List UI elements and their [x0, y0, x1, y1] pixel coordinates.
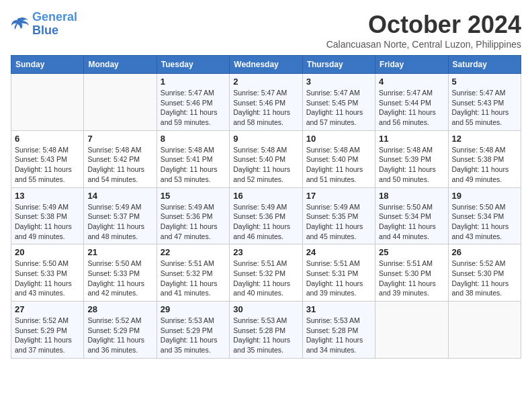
day-info: Sunrise: 5:49 AM Sunset: 5:37 PM Dayligh…	[87, 202, 152, 242]
day-number: 31	[306, 304, 371, 314]
location-subtitle: Calancuasan Norte, Central Luzon, Philip…	[326, 39, 521, 50]
calendar-cell: 6Sunrise: 5:48 AM Sunset: 5:43 PM Daylig…	[11, 130, 84, 187]
day-number: 8	[161, 134, 226, 144]
day-number: 18	[379, 191, 444, 201]
calendar-cell: 12Sunrise: 5:48 AM Sunset: 5:38 PM Dayli…	[448, 130, 521, 187]
day-info: Sunrise: 5:51 AM Sunset: 5:32 PM Dayligh…	[233, 259, 298, 298]
calendar-cell: 9Sunrise: 5:48 AM Sunset: 5:40 PM Daylig…	[230, 130, 302, 187]
calendar-cell: 2Sunrise: 5:47 AM Sunset: 5:46 PM Daylig…	[230, 74, 302, 131]
day-info: Sunrise: 5:48 AM Sunset: 5:39 PM Dayligh…	[379, 145, 444, 185]
calendar-cell: 4Sunrise: 5:47 AM Sunset: 5:44 PM Daylig…	[375, 74, 448, 131]
day-number: 2	[233, 77, 298, 87]
calendar-cell: 11Sunrise: 5:48 AM Sunset: 5:39 PM Dayli…	[375, 130, 448, 187]
calendar-cell: 18Sunrise: 5:50 AM Sunset: 5:34 PM Dayli…	[375, 187, 448, 244]
day-info: Sunrise: 5:49 AM Sunset: 5:36 PM Dayligh…	[233, 202, 298, 242]
calendar-cell: 10Sunrise: 5:48 AM Sunset: 5:40 PM Dayli…	[302, 130, 375, 187]
day-number: 4	[379, 77, 444, 87]
logo-icon	[11, 17, 30, 32]
column-header-saturday: Saturday	[448, 56, 521, 74]
calendar-cell: 31Sunrise: 5:53 AM Sunset: 5:28 PM Dayli…	[302, 302, 375, 359]
day-number: 30	[233, 304, 298, 314]
column-header-tuesday: Tuesday	[157, 56, 229, 74]
calendar-cell: 14Sunrise: 5:49 AM Sunset: 5:37 PM Dayli…	[84, 187, 157, 244]
day-number: 23	[233, 247, 298, 257]
calendar-cell	[448, 302, 521, 359]
day-number: 19	[452, 191, 517, 201]
day-number: 13	[15, 191, 80, 201]
column-header-sunday: Sunday	[11, 56, 84, 74]
day-info: Sunrise: 5:47 AM Sunset: 5:45 PM Dayligh…	[306, 88, 371, 128]
day-number: 17	[306, 191, 371, 201]
day-number: 22	[161, 247, 226, 257]
day-info: Sunrise: 5:50 AM Sunset: 5:34 PM Dayligh…	[452, 202, 517, 242]
calendar-week-row: 13Sunrise: 5:49 AM Sunset: 5:38 PM Dayli…	[11, 187, 521, 244]
day-number: 24	[306, 247, 371, 257]
day-info: Sunrise: 5:51 AM Sunset: 5:31 PM Dayligh…	[306, 259, 371, 298]
day-number: 27	[15, 304, 80, 314]
logo: General Blue	[11, 11, 77, 38]
calendar-cell	[11, 74, 84, 131]
day-number: 15	[161, 191, 226, 201]
day-info: Sunrise: 5:48 AM Sunset: 5:41 PM Dayligh…	[161, 145, 226, 185]
day-info: Sunrise: 5:50 AM Sunset: 5:34 PM Dayligh…	[379, 202, 444, 242]
day-info: Sunrise: 5:48 AM Sunset: 5:42 PM Dayligh…	[87, 145, 152, 185]
calendar-cell: 22Sunrise: 5:51 AM Sunset: 5:32 PM Dayli…	[157, 244, 229, 302]
day-info: Sunrise: 5:48 AM Sunset: 5:40 PM Dayligh…	[233, 145, 298, 185]
calendar-cell: 30Sunrise: 5:53 AM Sunset: 5:28 PM Dayli…	[230, 302, 302, 359]
logo-text: General Blue	[32, 11, 77, 38]
calendar-cell: 8Sunrise: 5:48 AM Sunset: 5:41 PM Daylig…	[157, 130, 229, 187]
day-info: Sunrise: 5:49 AM Sunset: 5:36 PM Dayligh…	[161, 202, 226, 242]
calendar-cell: 27Sunrise: 5:52 AM Sunset: 5:29 PM Dayli…	[11, 302, 84, 359]
day-info: Sunrise: 5:52 AM Sunset: 5:29 PM Dayligh…	[87, 316, 152, 355]
calendar-cell: 19Sunrise: 5:50 AM Sunset: 5:34 PM Dayli…	[448, 187, 521, 244]
day-info: Sunrise: 5:51 AM Sunset: 5:30 PM Dayligh…	[379, 259, 444, 298]
day-number: 16	[233, 191, 298, 201]
day-number: 10	[306, 134, 371, 144]
day-info: Sunrise: 5:48 AM Sunset: 5:40 PM Dayligh…	[306, 145, 371, 185]
day-info: Sunrise: 5:50 AM Sunset: 5:33 PM Dayligh…	[87, 259, 152, 298]
calendar-cell: 13Sunrise: 5:49 AM Sunset: 5:38 PM Dayli…	[11, 187, 84, 244]
day-info: Sunrise: 5:50 AM Sunset: 5:33 PM Dayligh…	[15, 259, 80, 298]
day-info: Sunrise: 5:49 AM Sunset: 5:38 PM Dayligh…	[15, 202, 80, 242]
day-number: 1	[161, 77, 226, 87]
calendar-cell: 24Sunrise: 5:51 AM Sunset: 5:31 PM Dayli…	[302, 244, 375, 302]
calendar-cell: 25Sunrise: 5:51 AM Sunset: 5:30 PM Dayli…	[375, 244, 448, 302]
day-number: 11	[379, 134, 444, 144]
day-number: 26	[452, 247, 517, 257]
day-number: 7	[87, 134, 152, 144]
day-number: 25	[379, 247, 444, 257]
day-number: 14	[87, 191, 152, 201]
calendar-cell: 5Sunrise: 5:47 AM Sunset: 5:43 PM Daylig…	[448, 74, 521, 131]
calendar-cell: 29Sunrise: 5:53 AM Sunset: 5:29 PM Dayli…	[157, 302, 229, 359]
calendar-week-row: 6Sunrise: 5:48 AM Sunset: 5:43 PM Daylig…	[11, 130, 521, 187]
day-info: Sunrise: 5:52 AM Sunset: 5:30 PM Dayligh…	[452, 259, 517, 298]
column-header-monday: Monday	[84, 56, 157, 74]
calendar-cell	[84, 74, 157, 131]
day-number: 6	[15, 134, 80, 144]
day-info: Sunrise: 5:48 AM Sunset: 5:38 PM Dayligh…	[452, 145, 517, 185]
title-block: October 2024 Calancuasan Norte, Central …	[326, 11, 521, 50]
calendar-cell: 3Sunrise: 5:47 AM Sunset: 5:45 PM Daylig…	[302, 74, 375, 131]
day-info: Sunrise: 5:48 AM Sunset: 5:43 PM Dayligh…	[15, 145, 80, 185]
column-header-wednesday: Wednesday	[230, 56, 302, 74]
day-info: Sunrise: 5:49 AM Sunset: 5:35 PM Dayligh…	[306, 202, 371, 242]
calendar-header-row: SundayMondayTuesdayWednesdayThursdayFrid…	[11, 56, 521, 74]
day-number: 28	[87, 304, 152, 314]
calendar-cell: 16Sunrise: 5:49 AM Sunset: 5:36 PM Dayli…	[230, 187, 302, 244]
day-number: 29	[161, 304, 226, 314]
day-number: 20	[15, 247, 80, 257]
calendar-cell: 17Sunrise: 5:49 AM Sunset: 5:35 PM Dayli…	[302, 187, 375, 244]
day-number: 12	[452, 134, 517, 144]
calendar-cell	[375, 302, 448, 359]
day-info: Sunrise: 5:47 AM Sunset: 5:46 PM Dayligh…	[161, 88, 226, 128]
day-info: Sunrise: 5:53 AM Sunset: 5:29 PM Dayligh…	[161, 316, 226, 355]
day-number: 21	[87, 247, 152, 257]
day-info: Sunrise: 5:53 AM Sunset: 5:28 PM Dayligh…	[306, 316, 371, 355]
calendar-cell: 20Sunrise: 5:50 AM Sunset: 5:33 PM Dayli…	[11, 244, 84, 302]
calendar-cell: 15Sunrise: 5:49 AM Sunset: 5:36 PM Dayli…	[157, 187, 229, 244]
calendar-cell: 1Sunrise: 5:47 AM Sunset: 5:46 PM Daylig…	[157, 74, 229, 131]
calendar-cell: 28Sunrise: 5:52 AM Sunset: 5:29 PM Dayli…	[84, 302, 157, 359]
calendar-cell: 21Sunrise: 5:50 AM Sunset: 5:33 PM Dayli…	[84, 244, 157, 302]
calendar-week-row: 27Sunrise: 5:52 AM Sunset: 5:29 PM Dayli…	[11, 302, 521, 359]
day-info: Sunrise: 5:53 AM Sunset: 5:28 PM Dayligh…	[233, 316, 298, 355]
